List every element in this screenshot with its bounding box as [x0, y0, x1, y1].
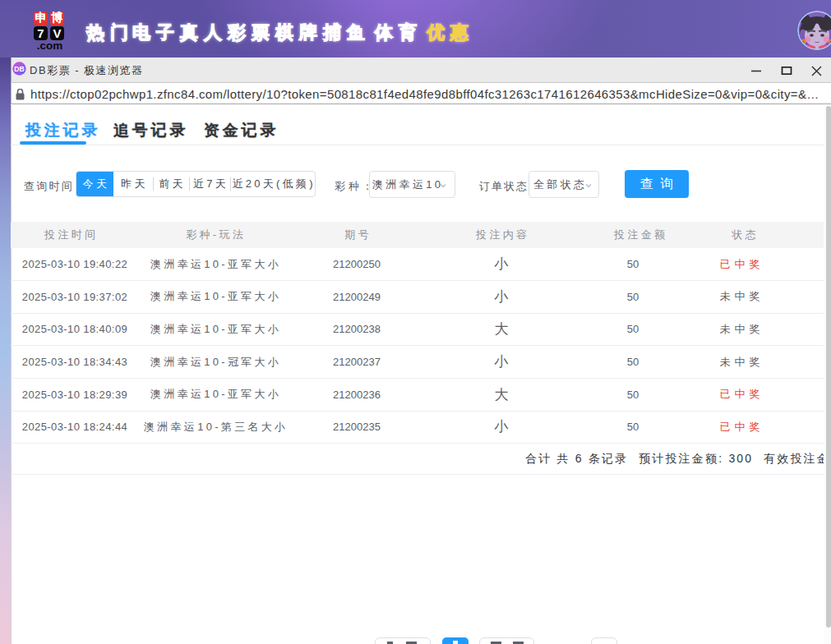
svg-text:DB: DB	[14, 65, 24, 73]
